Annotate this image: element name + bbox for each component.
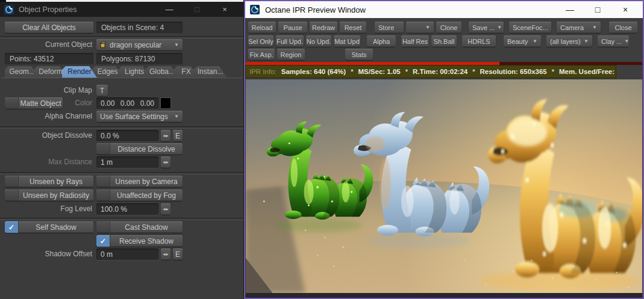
full-update-button[interactable]: Full Upd. <box>276 35 304 47</box>
clear-all-objects-button[interactable]: Clear All Objects <box>5 22 93 33</box>
object-dissolve-envelope-button[interactable]: E <box>173 130 183 141</box>
cast-shadow-button[interactable]: Cast Shadow <box>96 221 183 233</box>
stats-button[interactable]: Stats <box>345 49 373 60</box>
close-icon[interactable]: × <box>211 2 239 17</box>
color-b-value: 0.00 <box>140 99 154 108</box>
receive-shadow-checkbox[interactable]: ✓ <box>96 235 110 247</box>
stepper-left-icon[interactable]: ◂ <box>163 133 165 138</box>
unseen-by-radiosity-button[interactable]: Unseen by Radiosity <box>5 190 93 201</box>
alpha-channel-label: Alpha Channel <box>0 112 92 120</box>
reset-button[interactable]: Reset <box>340 22 366 33</box>
receive-shadow-button[interactable]: ✓ Receive Shadow <box>96 235 183 247</box>
blue-reflection <box>367 234 471 248</box>
max-distance-field[interactable]: 1 m <box>96 156 158 168</box>
camera-dropdown[interactable]: Camera ▼ <box>557 22 601 33</box>
close-button[interactable]: Close <box>609 22 637 33</box>
unseen-by-camera-checkbox[interactable] <box>96 176 110 187</box>
layers-dropdown[interactable]: (all layers) ▼ <box>546 35 592 47</box>
op-titlebar[interactable]: Object Properties — □ × <box>0 2 243 17</box>
color-swatch[interactable] <box>160 97 171 109</box>
fog-level-field[interactable]: 100.0 % <box>96 203 158 215</box>
chevron-down-icon: ▼ <box>530 39 537 44</box>
distance-dissolve-checkbox[interactable] <box>96 143 110 155</box>
polygons-readout: Polygons: 87130 <box>96 53 183 64</box>
separator: * <box>472 68 475 75</box>
no-update-button[interactable]: No Upd. <box>306 35 331 47</box>
ipr-info-label: IPR Info: <box>249 68 277 75</box>
clone-button[interactable]: Clone <box>436 22 461 33</box>
stepper-left-icon[interactable]: ◂ <box>163 206 165 212</box>
region-button[interactable]: Region <box>277 49 305 60</box>
divider <box>0 218 243 220</box>
lightwave-icon <box>4 5 14 14</box>
store-slot-dropdown[interactable]: ▼ <box>406 22 434 33</box>
maximize-icon[interactable]: □ <box>183 2 211 17</box>
shadow-offset-field[interactable]: 0 m <box>96 248 158 260</box>
save-dropdown[interactable]: Save ... ▼ <box>469 22 504 33</box>
stepper-left-icon[interactable]: ◂ <box>163 159 165 165</box>
store-button[interactable]: Store <box>375 22 404 33</box>
max-distance-stepper[interactable]: ◂▸ <box>161 156 170 168</box>
color-values-field[interactable]: 0.00 0.00 0.00 <box>96 97 158 109</box>
unseen-by-rays-button[interactable]: Unseen by Rays <box>5 176 93 187</box>
object-properties-window: Object Properties — □ × Clear All Object… <box>0 0 244 299</box>
scene-focus-label: SceneFoc... <box>513 24 548 31</box>
unseen-by-radiosity-checkbox[interactable] <box>5 190 19 201</box>
clay-mode-dropdown[interactable]: Clay ... ▼ <box>598 35 629 47</box>
chevron-down-icon: ▼ <box>581 39 589 44</box>
unaffected-by-fog-button[interactable]: Unaffected by Fog <box>96 190 183 201</box>
fix-aspect-button[interactable]: Fix Asp. <box>248 49 275 60</box>
maximize-icon[interactable]: □ <box>584 1 611 18</box>
octane-icon <box>250 5 260 14</box>
memory-readout: Mem. Used/Free: 323/3021 <box>559 68 616 75</box>
stepper-left-icon[interactable]: ◂ <box>163 251 165 257</box>
distance-dissolve-button[interactable]: Distance Dissolve <box>96 143 183 155</box>
reload-button[interactable]: Reload <box>248 22 276 33</box>
unaffected-by-fog-checkbox[interactable] <box>96 190 110 201</box>
render-viewport[interactable] <box>246 79 642 293</box>
unseen-by-rays-label: Unseen by Rays <box>19 177 93 186</box>
distance-dissolve-label: Distance Dissolve <box>110 145 183 153</box>
stepper-right-icon[interactable]: ▸ <box>166 251 169 257</box>
minimize-icon[interactable]: — <box>155 2 183 17</box>
shadow-offset-envelope-button[interactable]: E <box>173 248 183 260</box>
unseen-by-camera-button[interactable]: Unseen by Camera <box>96 176 183 187</box>
octane-ipr-window: Octane IPR Preview Window — □ × Reload P… <box>244 0 644 299</box>
scene-focus-dropdown[interactable]: SceneFoc... ▼ <box>509 22 551 33</box>
sel-only-button[interactable]: Sel Only <box>248 35 274 47</box>
material-update-button[interactable]: Mat Upd <box>334 35 360 47</box>
alpha-button[interactable]: Alpha <box>367 35 396 47</box>
self-shadow-button[interactable]: ✓ Self Shadow <box>5 221 93 233</box>
gold-reflection <box>480 271 638 291</box>
stepper-right-icon[interactable]: ▸ <box>166 159 169 165</box>
panel-outline <box>1 78 242 78</box>
shadow-offset-stepper[interactable]: ◂▸ <box>161 248 170 260</box>
fog-level-stepper[interactable]: ◂▸ <box>161 203 170 215</box>
object-dissolve-stepper[interactable]: ◂▸ <box>161 130 170 141</box>
current-object-label: Current Object <box>0 40 92 49</box>
tab-render[interactable]: Render <box>62 66 97 78</box>
ipr-titlebar[interactable]: Octane IPR Preview Window — □ × <box>245 1 643 18</box>
object-dissolve-field[interactable]: 0.0 % <box>96 130 158 141</box>
alpha-channel-dropdown[interactable]: Use Surface Settings ▼ <box>96 111 183 122</box>
hdrls-button[interactable]: HDRLS <box>462 35 496 47</box>
resolution-readout: Resolution: 650x365 <box>480 68 547 75</box>
self-shadow-checkbox[interactable]: ✓ <box>5 221 19 233</box>
clip-map-texture-button[interactable]: T <box>96 85 108 96</box>
redraw-button[interactable]: Redraw <box>310 22 337 33</box>
beauty-pass-dropdown[interactable]: Beauty ▼ <box>504 35 541 47</box>
unaffected-by-fog-label: Unaffected by Fog <box>110 191 183 200</box>
stepper-right-icon[interactable]: ▸ <box>166 133 169 138</box>
stepper-right-icon[interactable]: ▸ <box>166 206 169 212</box>
cast-shadow-checkbox[interactable] <box>96 221 110 233</box>
tab-instancer[interactable]: Instan... <box>193 66 227 78</box>
minimize-icon[interactable]: — <box>556 1 584 18</box>
shader-ball-button[interactable]: Sh.Ball <box>431 35 457 47</box>
ipr-toolbar-row2: Sel Only Full Upd. No Upd. Mat Upd Alpha… <box>248 35 629 47</box>
half-res-button[interactable]: Half Res <box>401 35 429 47</box>
pause-button[interactable]: Pause <box>278 22 307 33</box>
close-icon[interactable]: × <box>611 1 639 18</box>
unseen-by-rays-checkbox[interactable] <box>5 176 19 187</box>
current-object-dropdown[interactable]: dragon specular ▼ <box>96 39 183 51</box>
op-tab-bar: Geom... Deform Render Edges Lights Globa… <box>5 66 222 78</box>
